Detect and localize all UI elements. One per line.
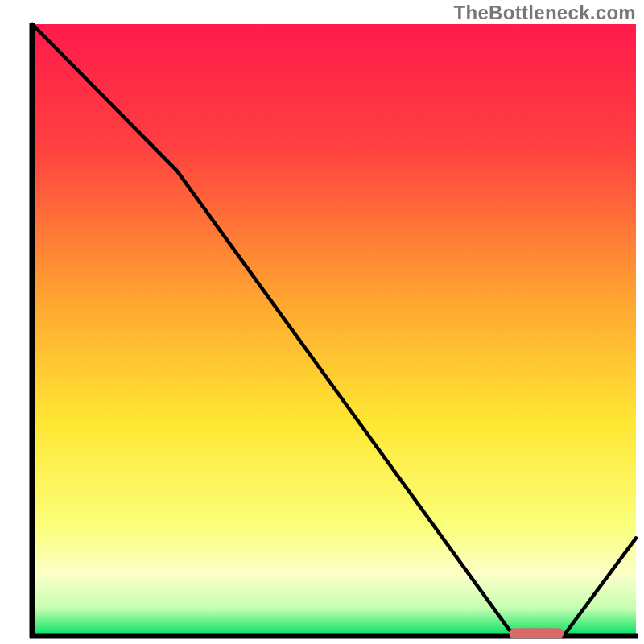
chart-container: TheBottleneck.com xyxy=(0,0,644,644)
watermark-text: TheBottleneck.com xyxy=(454,2,636,24)
bottleneck-chart xyxy=(0,0,644,644)
optimal-segment-marker xyxy=(510,628,564,638)
